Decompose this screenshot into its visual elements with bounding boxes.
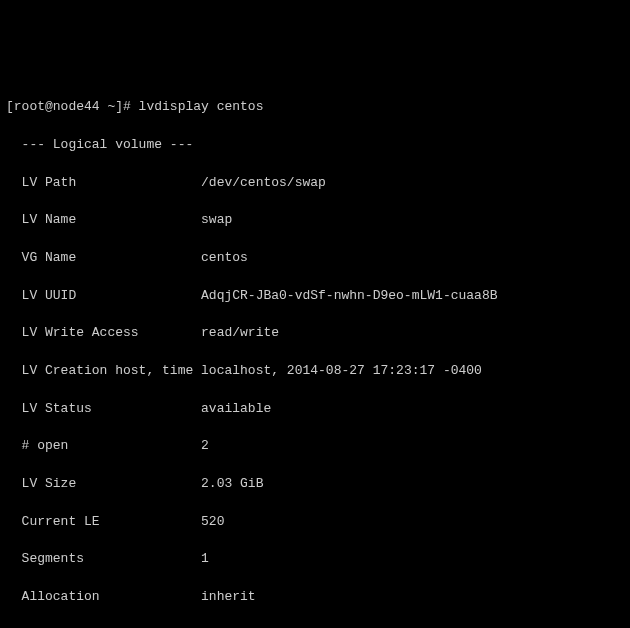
value: 2.03 GiB — [193, 476, 263, 491]
row: LV Name swap — [6, 211, 624, 230]
row: VG Name centos — [6, 249, 624, 268]
value: 2 — [193, 438, 209, 453]
row: LV Path /dev/centos/swap — [6, 174, 624, 193]
label: LV Write Access — [6, 325, 193, 340]
value: /dev/centos/swap — [193, 175, 326, 190]
terminal-output: [root@node44 ~]# lvdisplay centos --- Lo… — [6, 79, 624, 628]
label: LV Creation host, time — [6, 363, 201, 378]
row: Segments 1 — [6, 550, 624, 569]
row: Allocation inherit — [6, 588, 624, 607]
row: Current LE 520 — [6, 513, 624, 532]
label: LV Status — [6, 401, 193, 416]
label: Current LE — [6, 514, 193, 529]
row: LV Size 2.03 GiB — [6, 475, 624, 494]
value: available — [193, 401, 271, 416]
label: LV Name — [6, 212, 193, 227]
row: LV Write Access read/write — [6, 324, 624, 343]
label: LV Path — [6, 175, 193, 190]
label: VG Name — [6, 250, 193, 265]
prompt-line: [root@node44 ~]# lvdisplay centos — [6, 98, 624, 117]
value: swap — [193, 212, 232, 227]
value: 520 — [193, 514, 224, 529]
label: LV UUID — [6, 288, 193, 303]
value: 1 — [193, 551, 209, 566]
value: centos — [193, 250, 248, 265]
value: read/write — [193, 325, 279, 340]
value: localhost, 2014-08-27 17:23:17 -0400 — [201, 363, 482, 378]
label: # open — [6, 438, 193, 453]
value: AdqjCR-JBa0-vdSf-nwhn-D9eo-mLW1-cuaa8B — [193, 288, 497, 303]
row: LV Creation host, time localhost, 2014-0… — [6, 362, 624, 381]
value: inherit — [193, 589, 255, 604]
section-header: --- Logical volume --- — [6, 136, 624, 155]
row: LV UUID AdqjCR-JBa0-vdSf-nwhn-D9eo-mLW1-… — [6, 287, 624, 306]
row: # open 2 — [6, 437, 624, 456]
label: LV Size — [6, 476, 193, 491]
label: Allocation — [6, 589, 193, 604]
row: LV Status available — [6, 400, 624, 419]
label: Segments — [6, 551, 193, 566]
